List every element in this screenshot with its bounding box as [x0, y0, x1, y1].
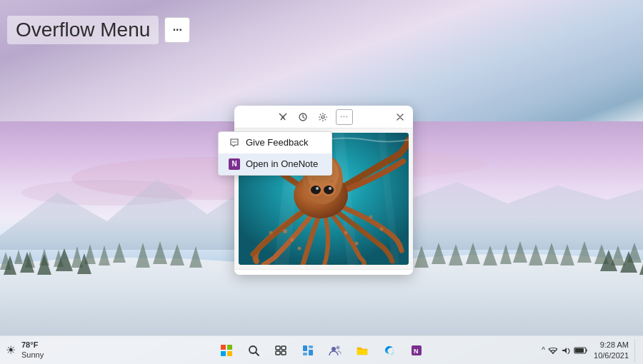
weather-icon: ☀: [6, 343, 16, 357]
svg-rect-34: [227, 345, 232, 350]
svg-point-6: [322, 116, 324, 118]
svg-point-14: [344, 231, 348, 235]
svg-point-46: [332, 347, 336, 351]
window-statusbar: [234, 269, 413, 275]
svg-text:N: N: [414, 348, 419, 355]
svg-point-9: [235, 141, 236, 143]
chevron-icon[interactable]: ^: [542, 346, 545, 354]
onenote-icon: N: [229, 158, 240, 170]
give-feedback-label: Give Feedback: [246, 137, 308, 148]
overflow-icon-button[interactable]: ···: [164, 17, 190, 43]
svg-point-15: [355, 242, 359, 246]
svg-rect-41: [281, 351, 286, 355]
overflow-dots-icon: ···: [340, 113, 348, 121]
svg-point-47: [337, 345, 340, 349]
show-desktop-button[interactable]: [634, 339, 637, 362]
snip-tool-icon[interactable]: [276, 110, 290, 124]
snipping-window: ··· Give Feedback: [234, 106, 413, 275]
svg-rect-45: [309, 350, 313, 355]
svg-rect-53: [575, 348, 584, 353]
taskbar-start-button[interactable]: [215, 339, 238, 362]
svg-point-12: [291, 238, 294, 242]
svg-rect-39: [281, 346, 286, 350]
taskbar-taskview-button[interactable]: [269, 339, 292, 362]
temperature: 78°F: [21, 340, 44, 350]
network-icon: [548, 346, 558, 355]
taskbar-onenote-button[interactable]: N: [405, 339, 428, 362]
taskbar-explorer-button[interactable]: [351, 339, 374, 362]
window-titlebar: ··· Give Feedback: [234, 106, 413, 128]
taskbar-chat-button[interactable]: [324, 339, 347, 362]
window-close-button[interactable]: [393, 110, 407, 124]
taskbar-edge-button[interactable]: [378, 339, 401, 362]
overflow-menu-title: Overflow Menu: [7, 16, 159, 44]
svg-point-26: [330, 180, 333, 183]
taskbar-widgets-button[interactable]: [296, 339, 319, 362]
svg-point-27: [311, 186, 321, 194]
overflow-menu-label: Overflow Menu ···: [7, 16, 190, 44]
taskbar-system-tray: ^ 9:28 AM 10/6/2021: [542, 339, 637, 362]
svg-point-7: [232, 141, 234, 143]
delay-tool-icon[interactable]: [296, 110, 310, 124]
svg-point-30: [329, 187, 332, 190]
tray-icons: ^: [542, 346, 588, 355]
svg-point-11: [283, 229, 287, 233]
taskbar-search-button[interactable]: [242, 339, 265, 362]
svg-point-28: [324, 186, 334, 194]
svg-point-17: [380, 228, 384, 231]
time: 9:28 AM: [594, 340, 629, 350]
svg-point-51: [552, 353, 554, 354]
svg-rect-35: [221, 351, 226, 356]
volume-icon: [561, 346, 571, 355]
svg-point-16: [269, 231, 273, 235]
battery-icon: [574, 346, 588, 355]
open-onenote-item[interactable]: N Open in OneNote: [219, 153, 332, 175]
system-clock[interactable]: 9:28 AM 10/6/2021: [594, 340, 629, 360]
svg-rect-42: [303, 345, 307, 351]
feedback-icon: [229, 137, 240, 148]
svg-point-29: [316, 187, 319, 190]
svg-rect-38: [276, 346, 280, 350]
svg-rect-40: [276, 351, 280, 355]
titlebar-tools: ··· Give Feedback: [240, 109, 389, 125]
svg-rect-43: [309, 345, 313, 348]
date: 10/6/2021: [594, 350, 629, 360]
give-feedback-item[interactable]: Give Feedback: [219, 132, 332, 153]
settings-tool-icon[interactable]: [316, 110, 330, 124]
taskbar-apps: N: [215, 339, 428, 362]
svg-point-18: [369, 216, 373, 219]
svg-point-25: [312, 178, 315, 181]
condition: Sunny: [21, 350, 44, 360]
svg-point-13: [298, 247, 301, 251]
svg-rect-36: [227, 351, 232, 356]
taskbar: ☀ 78°F Sunny: [0, 335, 643, 364]
svg-point-8: [234, 141, 235, 143]
taskbar-weather[interactable]: ☀ 78°F Sunny: [6, 340, 44, 359]
overflow-dropdown-menu: Give Feedback N Open in OneNote: [218, 131, 332, 176]
svg-point-4: [282, 116, 284, 118]
svg-rect-48: [357, 350, 367, 355]
svg-rect-33: [221, 345, 226, 350]
weather-info: 78°F Sunny: [21, 340, 44, 359]
window-overflow-button[interactable]: ··· Give Feedback: [336, 109, 353, 125]
svg-rect-44: [303, 353, 307, 355]
open-onenote-label: Open in OneNote: [246, 158, 318, 169]
